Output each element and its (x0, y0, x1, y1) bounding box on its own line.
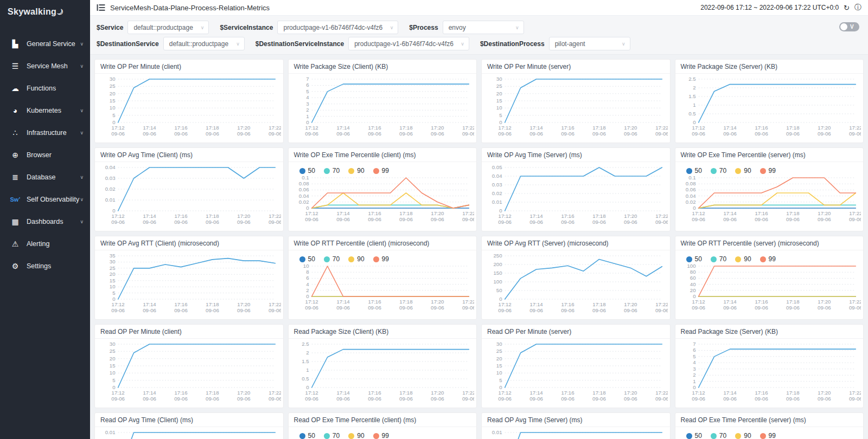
chart-legend: 50709099 (678, 251, 861, 263)
legend-item-70[interactable]: 70 (324, 167, 340, 175)
refresh-icon[interactable]: ↻ (844, 4, 850, 12)
filter-select[interactable]: productpage-v1-6b746f74dc-v4fz6 ∨ (348, 37, 469, 50)
legend-item-50[interactable]: 50 (686, 167, 702, 175)
svg-text:17:16: 17:16 (174, 390, 187, 396)
svg-text:2.5: 2.5 (302, 341, 309, 347)
filter-select[interactable]: productpage-v1-6b746f74dc-v4fz6 ∨ (277, 21, 398, 34)
svg-text:09-06: 09-06 (336, 131, 350, 137)
legend-item-50[interactable]: 50 (686, 432, 702, 439)
legend-item-99[interactable]: 99 (373, 432, 389, 439)
sidebar-item-browser[interactable]: ⊕ Browser ∨ (0, 144, 90, 166)
legend-item-99[interactable]: 99 (760, 167, 776, 175)
legend-item-99[interactable]: 99 (760, 255, 776, 263)
legend-item-50[interactable]: 50 (299, 167, 315, 175)
filter-select[interactable]: default::productpage ∨ (127, 21, 209, 34)
svg-text:0.01: 0.01 (105, 429, 116, 435)
legend-item-90[interactable]: 90 (348, 255, 364, 263)
sidebar-item-database[interactable]: ≣ Database ∨ (0, 166, 90, 188)
legend-item-70[interactable]: 70 (711, 167, 726, 175)
toggle-label: V (850, 24, 854, 30)
legend-item-70[interactable]: 70 (324, 255, 340, 263)
legend-item-99[interactable]: 99 (373, 255, 389, 263)
legend-item-70[interactable]: 70 (711, 432, 726, 439)
metric-panel-title: Write OP Exe Time Percentile (client) (m… (289, 148, 477, 162)
metric-panel-body: 5070909900.020.040.060.080.117:1209-0617… (289, 427, 477, 439)
svg-text:10: 10 (303, 263, 309, 269)
sidebar-item-functions[interactable]: ☁ Functions ∨ (0, 77, 90, 99)
time-range[interactable]: 2022-09-06 17:12 ~ 2022-09-06 17:22 UTC+… (700, 4, 839, 11)
info-icon[interactable]: ⓘ (854, 3, 861, 12)
svg-text:17:16: 17:16 (755, 125, 768, 131)
legend-item-70[interactable]: 70 (324, 432, 340, 439)
legend-item-50[interactable]: 50 (299, 432, 315, 439)
legend-label: 50 (308, 255, 315, 263)
svg-text:09-06: 09-06 (174, 219, 188, 225)
svg-text:100: 100 (493, 279, 502, 285)
app-logo[interactable]: Skywalking☽ (0, 0, 90, 24)
svg-text:17:18: 17:18 (592, 390, 605, 396)
filter-select[interactable]: envoy ∨ (443, 21, 524, 34)
svg-text:1.5: 1.5 (302, 358, 309, 364)
legend-item-90[interactable]: 90 (735, 167, 751, 175)
sidebar-item-self-observability[interactable]: Sw’ Self Observability ∨ (0, 188, 90, 210)
legend-item-90[interactable]: 90 (735, 255, 751, 263)
svg-text:0.5: 0.5 (302, 376, 309, 382)
svg-text:09-06: 09-06 (399, 305, 413, 311)
metric-panel: Read Package Size (Server) (KB) 01234567… (675, 324, 864, 408)
svg-text:17:12: 17:12 (499, 125, 512, 131)
chart-legend: 50709099 (678, 163, 861, 175)
metric-panel-title: Write OP Avg Time (Server) (ms) (482, 148, 670, 162)
sidebar-item-infrastructure[interactable]: ∴ Infrastructure ∨ (0, 121, 90, 144)
svg-text:17:18: 17:18 (206, 213, 219, 219)
svg-text:17:20: 17:20 (818, 299, 831, 305)
legend-item-99[interactable]: 99 (760, 432, 776, 439)
svg-text:17:20: 17:20 (431, 390, 444, 396)
sidebar-item-general-service[interactable]: ▙ General Service ∨ (0, 33, 90, 55)
filter-select[interactable]: pilot-agent ∨ (549, 37, 630, 50)
svg-text:17:22: 17:22 (269, 213, 280, 219)
svg-text:17:22: 17:22 (655, 125, 667, 131)
dashboard-outline-icon[interactable] (97, 4, 105, 11)
svg-text:09-06: 09-06 (498, 396, 512, 402)
metric-panel-body: 00.511.522.517:1209-0617:1409-0617:1609-… (289, 339, 477, 408)
legend-dot-icon (686, 256, 692, 262)
legend-item-50[interactable]: 50 (299, 255, 315, 263)
svg-text:2: 2 (693, 372, 695, 378)
svg-text:10: 10 (110, 283, 116, 289)
view-toggle[interactable]: V (839, 22, 859, 31)
metric-panel-title: Write OP Avg RTT (Client) (microsecond) (95, 236, 283, 250)
top-bar: ServiceMesh-Data-Plane-Process-Relation-… (90, 0, 868, 16)
legend-item-50[interactable]: 50 (686, 255, 702, 263)
svg-text:09-06: 09-06 (529, 307, 543, 313)
sidebar-item-alerting[interactable]: ⚠ Alerting ∨ (0, 233, 90, 255)
svg-text:0.03: 0.03 (492, 182, 502, 188)
line-chart: 05101520253017:1209-0617:1409-0617:1609-… (484, 75, 668, 139)
legend-item-90[interactable]: 90 (348, 432, 364, 439)
svg-text:09-06: 09-06 (368, 396, 381, 402)
settings-icon: ⚙ (10, 262, 21, 270)
svg-text:17:22: 17:22 (462, 390, 474, 396)
sidebar-item-label: Kubernetes (27, 107, 80, 114)
legend-item-70[interactable]: 70 (711, 255, 726, 263)
svg-text:09-06: 09-06 (143, 307, 156, 313)
svg-text:09-06: 09-06 (818, 305, 831, 311)
metric-panel: Read OP Per Minute (server) 051015202530… (481, 324, 671, 408)
svg-text:17:22: 17:22 (269, 390, 280, 396)
line-chart: 05101520253017:1209-0617:1409-0617:1609-… (97, 340, 281, 404)
legend-item-90[interactable]: 90 (348, 167, 364, 175)
metric-panel: Read OP Exe Time Percentile (client) (ms… (288, 412, 477, 439)
svg-text:09-06: 09-06 (529, 396, 543, 402)
filter-select[interactable]: default::productpage ∨ (163, 37, 245, 50)
sidebar-item-settings[interactable]: ⚙ Settings ∨ (0, 255, 90, 277)
svg-text:17:22: 17:22 (655, 390, 667, 396)
metric-panel-title: Read OP Exe Time Percentile (client) (ms… (289, 413, 477, 427)
sidebar-item-kubernetes[interactable]: ◕ Kubernetes ∨ (0, 99, 90, 121)
svg-text:09-06: 09-06 (561, 307, 575, 313)
legend-label: 90 (357, 255, 364, 263)
legend-item-90[interactable]: 90 (735, 432, 751, 439)
chevron-down-icon: ∨ (622, 41, 626, 47)
legend-item-99[interactable]: 99 (373, 167, 389, 175)
sidebar-item-dashboards[interactable]: ▦ Dashboards ∨ (0, 210, 90, 233)
sidebar-item-service-mesh[interactable]: ☰ Service Mesh ∨ (0, 55, 90, 77)
filter-select-value: productpage-v1-6b746f74dc-v4fz6 (354, 40, 454, 48)
